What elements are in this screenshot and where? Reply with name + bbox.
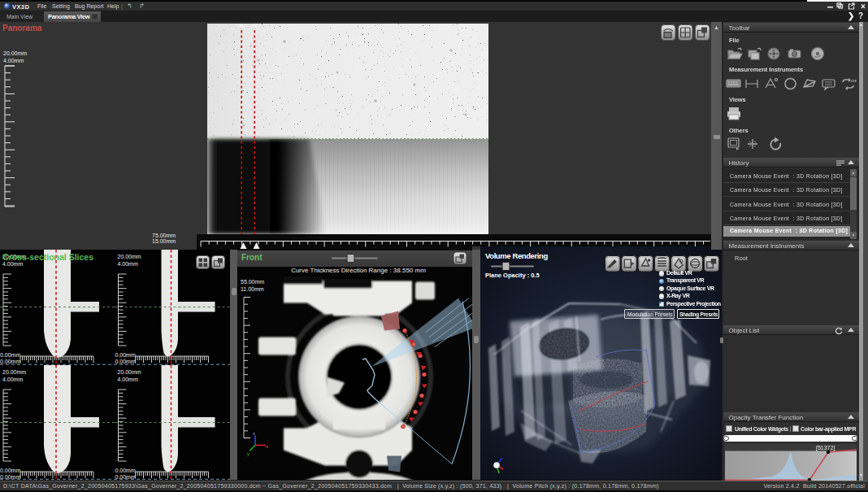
svg-text:cm: cm — [851, 78, 857, 83]
svg-text:y: y — [247, 451, 250, 455]
svg-text:11.00mm: 11.00mm — [241, 285, 264, 291]
svg-text:Curve Thickness Direction Rang: Curve Thickness Direction Range : 38.550… — [291, 267, 426, 274]
svg-text:[51372]: [51372] — [816, 445, 835, 451]
svg-text:Cross-sectional Slices: Cross-sectional Slices — [2, 252, 93, 262]
svg-text:z: z — [253, 430, 255, 435]
svg-text:x: x — [266, 443, 268, 448]
svg-text:55.00mm: 55.00mm — [241, 278, 264, 284]
